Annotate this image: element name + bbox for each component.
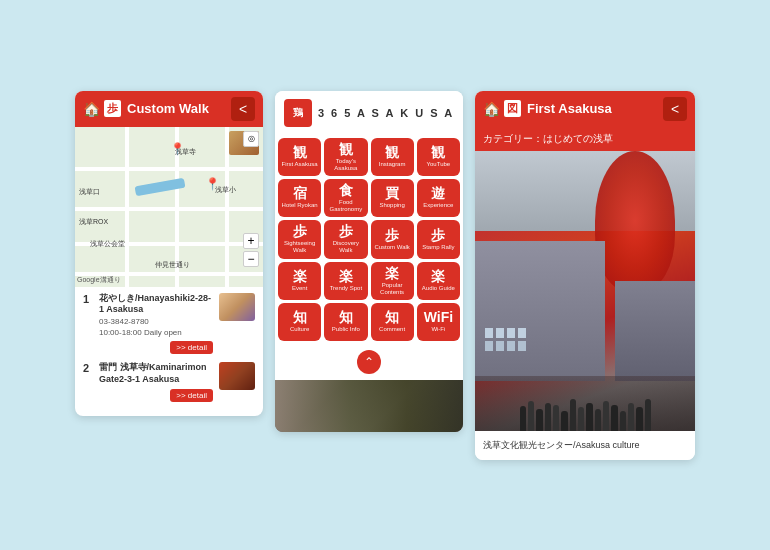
- menu-kanji-2: 観: [385, 145, 399, 159]
- menu-label-17: Public Info: [332, 326, 360, 333]
- poi-thumbnail-1: [219, 293, 255, 321]
- menu-kanji-0: 観: [293, 145, 307, 159]
- menu-label-13: Trendy Spot: [330, 285, 362, 292]
- home-icon-3[interactable]: 🏠: [483, 101, 500, 117]
- menu-kanji-19: WiFi: [424, 310, 453, 324]
- menu-label-4: Hotel Ryokan: [282, 202, 318, 209]
- home-icon[interactable]: 🏠: [83, 101, 100, 117]
- menu-btn-3[interactable]: 観YouTube: [417, 138, 460, 176]
- screen-first-asakusa: 🏠 図 First Asakusa < カテゴリー：はじめての浅草: [475, 91, 695, 460]
- zoom-in-button[interactable]: +: [243, 233, 259, 249]
- menu-grid: 観First Asakusa観Today's Asakusa観Instagram…: [275, 135, 463, 345]
- menu-label-16: Culture: [290, 326, 309, 333]
- photo-building-right: [615, 281, 695, 381]
- content-photo: [475, 151, 695, 431]
- poi-item-2: 2 雷門 浅草寺/Kaminarimon Gate2-3-1 Asakusa >…: [83, 362, 255, 401]
- kanji-logo-3: 図: [504, 100, 521, 117]
- menu-label-14: Popular Contents: [373, 282, 412, 296]
- menu-btn-10[interactable]: 歩Custom Walk: [371, 220, 414, 258]
- screen1-title: Custom Walk: [127, 101, 231, 116]
- poi-hours-1: 10:00-18:00 Daily open: [99, 327, 213, 338]
- screen-custom-walk: 🏠 歩 Custom Walk < 📍 📍: [75, 91, 263, 416]
- menu-btn-15[interactable]: 楽Audio Guide: [417, 262, 460, 300]
- map-label-sensoji: 浅草寺: [175, 147, 196, 157]
- menu-btn-8[interactable]: 歩Sightseeing Walk: [278, 220, 321, 258]
- menu-kanji-6: 買: [385, 186, 399, 200]
- menu-btn-13[interactable]: 楽Trendy Spot: [324, 262, 367, 300]
- menu-label-10: Custom Walk: [374, 244, 409, 251]
- poi-num-1: 1: [83, 293, 93, 305]
- asakusa-title: 3 6 5 A S A K U S A: [318, 107, 454, 119]
- poi-item-1: 1 花やしき/Hanayashiki2-28-1 Asakusa 03-3842…: [83, 293, 255, 355]
- menu-kanji-14: 楽: [385, 266, 399, 280]
- menu-label-8: Sightseeing Walk: [280, 240, 319, 254]
- menu-label-11: Stamp Rally: [422, 244, 454, 251]
- poi-info-2: 雷門 浅草寺/Kaminarimon Gate2-3-1 Asakusa >> …: [99, 362, 213, 401]
- map-label-kokaido: 浅草公会堂: [90, 239, 125, 249]
- menu-label-19: Wi-Fi: [431, 326, 445, 333]
- map-label-nakamise: 仲見世通り: [155, 260, 190, 270]
- menu-kanji-11: 歩: [431, 228, 445, 242]
- screen1-header: 🏠 歩 Custom Walk <: [75, 91, 263, 127]
- screen3-header: 🏠 図 First Asakusa <: [475, 91, 695, 127]
- menu-label-15: Audio Guide: [422, 285, 455, 292]
- menu-btn-19[interactable]: WiFiWi-Fi: [417, 303, 460, 341]
- menu-btn-4[interactable]: 宿Hotel Ryokan: [278, 179, 321, 217]
- menu-kanji-13: 楽: [339, 269, 353, 283]
- photo-content: [275, 380, 463, 432]
- menu-btn-9[interactable]: 歩Discovery Walk: [324, 220, 367, 258]
- menu-kanji-7: 遊: [431, 186, 445, 200]
- menu-btn-17[interactable]: 知Public Info: [324, 303, 367, 341]
- menu-btn-2[interactable]: 観Instagram: [371, 138, 414, 176]
- menu-btn-11[interactable]: 歩Stamp Rally: [417, 220, 460, 258]
- photo-windows: [485, 328, 526, 351]
- menu-kanji-9: 歩: [339, 224, 353, 238]
- zoom-out-button[interactable]: −: [243, 251, 259, 267]
- photo-lantern: [595, 151, 675, 291]
- photo-building-left: [475, 241, 605, 381]
- menu-label-18: Comment: [379, 326, 405, 333]
- menu-btn-6[interactable]: 買Shopping: [371, 179, 414, 217]
- menu-kanji-10: 歩: [385, 228, 399, 242]
- menu-btn-0[interactable]: 観First Asakusa: [278, 138, 321, 176]
- poi-thumbnail-2: [219, 362, 255, 390]
- menu-label-9: Discovery Walk: [326, 240, 365, 254]
- menu-btn-7[interactable]: 遊Experience: [417, 179, 460, 217]
- menu-kanji-18: 知: [385, 310, 399, 324]
- poi-list: 1 花やしき/Hanayashiki2-28-1 Asakusa 03-3842…: [75, 287, 263, 416]
- poi-phone-1: 03-3842-8780: [99, 316, 213, 327]
- category-bar: カテゴリー：はじめての浅草: [475, 127, 695, 151]
- menu-kanji-17: 知: [339, 310, 353, 324]
- photo-crowd-silhouettes: [475, 391, 695, 431]
- menu-btn-1[interactable]: 観Today's Asakusa: [324, 138, 367, 176]
- detail-button-2[interactable]: >> detail: [170, 389, 213, 402]
- back-button[interactable]: <: [231, 97, 255, 121]
- detail-button-1[interactable]: >> detail: [170, 341, 213, 354]
- map-background: 📍 📍 浅草寺 浅草口 浅草ROX 浅草公会堂 浅草小 仲見世通り Google…: [75, 127, 263, 287]
- google-label: Google溝通り: [77, 275, 121, 285]
- menu-btn-5[interactable]: 食Food Gastronomy: [324, 179, 367, 217]
- menu-label-6: Shopping: [379, 202, 404, 209]
- menu-btn-16[interactable]: 知Culture: [278, 303, 321, 341]
- back-button-3[interactable]: <: [663, 97, 687, 121]
- bottom-photo: [275, 380, 463, 432]
- locate-button[interactable]: ◎: [243, 131, 259, 147]
- menu-kanji-12: 楽: [293, 269, 307, 283]
- main-container: 🏠 歩 Custom Walk < 📍 📍: [55, 71, 715, 480]
- content-caption: 浅草文化観光センター/Asakusa culture: [475, 431, 695, 460]
- menu-btn-14[interactable]: 楽Popular Contents: [371, 262, 414, 300]
- menu-label-7: Experience: [423, 202, 453, 209]
- menu-btn-18[interactable]: 知Comment: [371, 303, 414, 341]
- asakusa-header: 鶏 3 6 5 A S A K U S A: [275, 91, 463, 135]
- menu-label-1: Today's Asakusa: [326, 158, 365, 172]
- menu-label-3: YouTube: [427, 161, 451, 168]
- kanji-logo: 歩: [104, 100, 121, 117]
- poi-name-1: 花やしき/Hanayashiki2-28-1 Asakusa: [99, 293, 213, 316]
- screen-365-asakusa: 鶏 3 6 5 A S A K U S A 観First Asakusa観Tod…: [275, 91, 463, 433]
- scroll-up-button[interactable]: ⌃: [357, 350, 381, 374]
- menu-btn-12[interactable]: 楽Event: [278, 262, 321, 300]
- poi-num-2: 2: [83, 362, 93, 374]
- menu-label-0: First Asakusa: [282, 161, 318, 168]
- menu-label-5: Food Gastronomy: [326, 199, 365, 213]
- menu-kanji-8: 歩: [293, 224, 307, 238]
